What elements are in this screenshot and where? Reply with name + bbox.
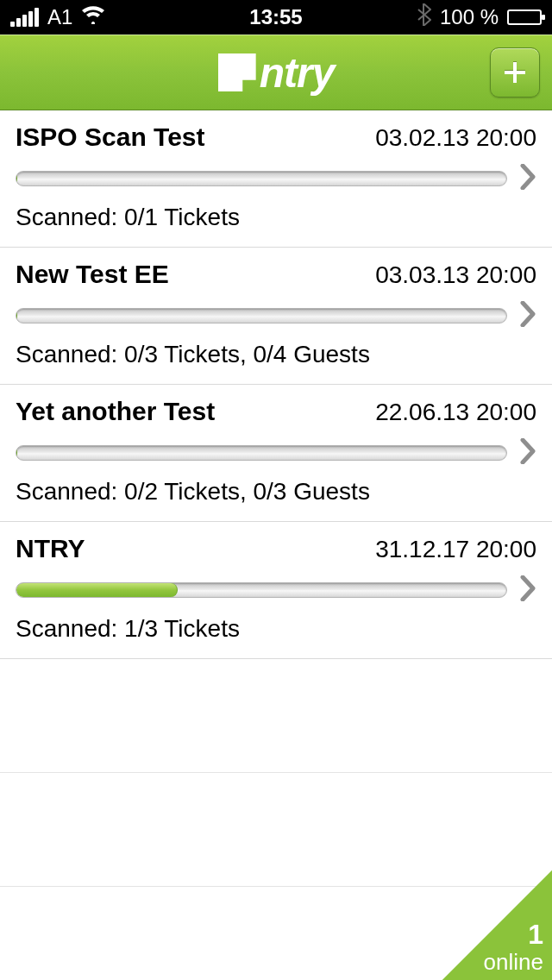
progress-bar <box>16 171 507 186</box>
logo-mark-icon <box>218 53 256 91</box>
event-row[interactable]: NTRY 31.12.17 20:00 Scanned: 1/3 Tickets <box>0 522 552 659</box>
progress-fill <box>16 172 17 185</box>
event-title: ISPO Scan Test <box>16 122 205 152</box>
empty-row <box>0 887 552 980</box>
status-bar: A1 13:55 100 % <box>0 0 552 35</box>
event-date: 22.06.13 20:00 <box>375 399 536 426</box>
progress-bar <box>16 308 507 324</box>
wifi-icon <box>81 5 105 29</box>
status-left: A1 <box>10 5 105 29</box>
carrier-label: A1 <box>47 5 72 29</box>
chevron-right-icon <box>519 164 536 193</box>
app-logo: ntry <box>218 49 335 97</box>
event-row[interactable]: ISPO Scan Test 03.02.13 20:00 Scanned: 0… <box>0 110 552 248</box>
event-date: 03.02.13 20:00 <box>375 124 536 152</box>
empty-row <box>0 773 552 887</box>
plus-icon <box>502 60 528 85</box>
chevron-right-icon <box>519 575 536 605</box>
chevron-right-icon <box>519 438 536 468</box>
event-row[interactable]: New Test EE 03.03.13 20:00 Scanned: 0/3 … <box>0 248 552 385</box>
progress-bar <box>16 445 507 461</box>
empty-row <box>0 659 552 773</box>
event-date: 31.12.17 20:00 <box>375 536 536 563</box>
status-right: 100 % <box>417 3 542 31</box>
scanned-label: Scanned: 0/2 Tickets, 0/3 Guests <box>16 478 536 506</box>
navbar: ntry <box>0 35 552 110</box>
battery-icon <box>507 9 542 25</box>
add-button[interactable] <box>490 47 540 97</box>
progress-fill <box>16 446 17 460</box>
progress-fill <box>16 583 178 597</box>
scanned-label: Scanned: 1/3 Tickets <box>16 615 536 643</box>
progress-bar <box>16 582 507 598</box>
scanned-label: Scanned: 0/3 Tickets, 0/4 Guests <box>16 341 536 368</box>
event-title: Yet another Test <box>16 397 215 426</box>
chevron-right-icon <box>519 301 536 330</box>
progress-fill <box>16 309 17 323</box>
event-row[interactable]: Yet another Test 22.06.13 20:00 Scanned:… <box>0 385 552 522</box>
event-title: NTRY <box>16 534 85 563</box>
logo-text: ntry <box>260 49 335 97</box>
signal-icon <box>10 8 39 27</box>
scanned-label: Scanned: 0/1 Tickets <box>16 204 536 231</box>
bluetooth-icon <box>417 3 431 31</box>
event-list[interactable]: ISPO Scan Test 03.02.13 20:00 Scanned: 0… <box>0 110 552 980</box>
status-time: 13:55 <box>249 5 302 29</box>
event-title: New Test EE <box>16 260 169 289</box>
battery-percent: 100 % <box>440 5 499 29</box>
event-date: 03.03.13 20:00 <box>375 261 536 289</box>
